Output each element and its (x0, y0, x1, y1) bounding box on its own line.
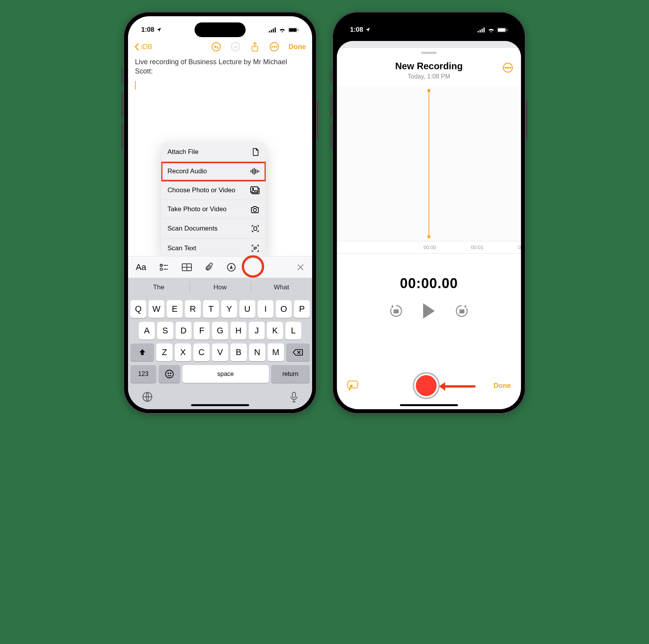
home-indicator[interactable] (400, 404, 458, 406)
text-cursor (135, 81, 136, 89)
menu-take-photo[interactable]: Take Photo or Video (161, 200, 266, 219)
svg-rect-37 (483, 27, 485, 32)
attach-button[interactable] (205, 262, 213, 272)
close-toolbar-button[interactable] (297, 263, 304, 271)
key-o[interactable]: O (276, 300, 292, 318)
key-y[interactable]: Y (221, 300, 237, 318)
keyboard: QWERTYUIOP ASDFGHJKL ZXCVBNM 123 space r… (128, 297, 312, 409)
menu-attach-file[interactable]: Attach File (161, 142, 266, 162)
menu-choose-photo[interactable]: Choose Photo or Video (161, 181, 266, 200)
attach-menu: Attach File Record Audio Choose Photo or… (161, 142, 266, 258)
svg-rect-24 (254, 227, 256, 230)
return-key[interactable]: return (271, 365, 310, 383)
key-n[interactable]: N (249, 343, 265, 361)
shift-key[interactable] (130, 343, 154, 361)
table-button[interactable] (182, 263, 192, 271)
key-j[interactable]: J (249, 322, 265, 340)
undo-button[interactable] (211, 42, 221, 52)
more-button[interactable] (269, 42, 279, 52)
key-l[interactable]: L (285, 322, 301, 340)
playhead[interactable] (429, 90, 429, 237)
phone-right: 1:08 New Recording Today, 1:08 PM (332, 12, 526, 414)
space-key[interactable]: space (183, 365, 269, 383)
svg-rect-35 (480, 30, 481, 32)
svg-rect-39 (498, 28, 506, 32)
timeline[interactable]: 00:00 00:01 00: (337, 241, 521, 254)
back-button[interactable]: iDB (134, 43, 152, 51)
svg-rect-0 (269, 31, 270, 32)
elapsed-time: 00:00.00 (337, 275, 521, 292)
svg-rect-2 (273, 29, 274, 32)
svg-text:15: 15 (459, 309, 464, 314)
svg-rect-33 (292, 392, 295, 398)
transcript-button[interactable]: ,, (347, 380, 359, 391)
menu-scan-documents[interactable]: Scan Documents (161, 219, 266, 239)
skip-forward-button[interactable]: 15 (454, 303, 470, 319)
share-button[interactable] (250, 42, 260, 52)
sheet-grabber[interactable] (421, 52, 437, 54)
key-r[interactable]: R (185, 300, 201, 318)
text-format-button[interactable]: Aa (136, 262, 146, 272)
svg-point-29 (166, 370, 173, 378)
waveform-area[interactable] (337, 86, 521, 241)
document-icon (252, 148, 260, 156)
key-q[interactable]: Q (130, 300, 146, 318)
key-row-3: ZXCVBNM (130, 343, 310, 361)
menu-record-audio[interactable]: Record Audio (161, 162, 266, 181)
note-text: Live recording of Business Lecture by Mr… (135, 58, 287, 75)
svg-rect-36 (482, 29, 483, 32)
emoji-key[interactable] (159, 365, 180, 383)
key-w[interactable]: W (149, 300, 164, 318)
svg-point-22 (253, 188, 254, 190)
done-button[interactable]: Done (289, 43, 306, 51)
home-indicator[interactable] (191, 404, 249, 406)
numbers-key[interactable]: 123 (130, 365, 156, 383)
key-p[interactable]: P (294, 300, 310, 318)
key-e[interactable]: E (167, 300, 183, 318)
dictation-key[interactable] (290, 391, 298, 403)
recording-done-button[interactable]: Done (494, 382, 511, 390)
suggestion-2[interactable]: How (190, 278, 251, 297)
timeline-tick: 00: (518, 244, 521, 250)
key-a[interactable]: A (139, 322, 155, 340)
key-i[interactable]: I (258, 300, 273, 318)
scan-text-icon (251, 244, 260, 253)
key-u[interactable]: U (239, 300, 255, 318)
key-g[interactable]: G (212, 322, 228, 340)
key-v[interactable]: V (212, 343, 228, 361)
back-label: iDB (141, 43, 152, 51)
svg-point-11 (272, 46, 273, 47)
wifi-icon (279, 27, 286, 32)
key-k[interactable]: K (267, 322, 283, 340)
skip-back-button[interactable]: 15 (388, 303, 404, 319)
key-t[interactable]: T (203, 300, 219, 318)
key-d[interactable]: D (176, 322, 191, 340)
suggestion-1[interactable]: The (128, 278, 190, 297)
recording-title: New Recording (345, 61, 513, 72)
backspace-key[interactable] (286, 343, 310, 361)
play-button[interactable] (423, 303, 435, 319)
menu-scan-text[interactable]: Scan Text (161, 239, 266, 258)
key-x[interactable]: X (175, 343, 191, 361)
recording-more-button[interactable] (502, 62, 513, 73)
svg-point-23 (253, 208, 256, 212)
cellular-icon (269, 27, 277, 32)
redo-button[interactable] (231, 42, 241, 52)
key-b[interactable]: B (231, 343, 247, 361)
key-f[interactable]: F (194, 322, 210, 340)
note-content[interactable]: Live recording of Business Lecture by Mr… (128, 56, 312, 91)
record-button[interactable] (413, 372, 440, 399)
scan-doc-icon (251, 224, 260, 233)
key-h[interactable]: H (231, 322, 246, 340)
svg-rect-34 (478, 31, 479, 32)
checklist-button[interactable] (159, 263, 169, 271)
suggestion-3[interactable]: What (251, 278, 312, 297)
svg-rect-40 (507, 29, 507, 31)
key-m[interactable]: M (268, 343, 284, 361)
key-c[interactable]: C (193, 343, 210, 361)
svg-point-12 (274, 46, 275, 47)
key-z[interactable]: Z (156, 343, 172, 361)
key-s[interactable]: S (157, 322, 173, 340)
markup-button[interactable] (227, 263, 236, 272)
globe-key[interactable] (142, 391, 153, 403)
